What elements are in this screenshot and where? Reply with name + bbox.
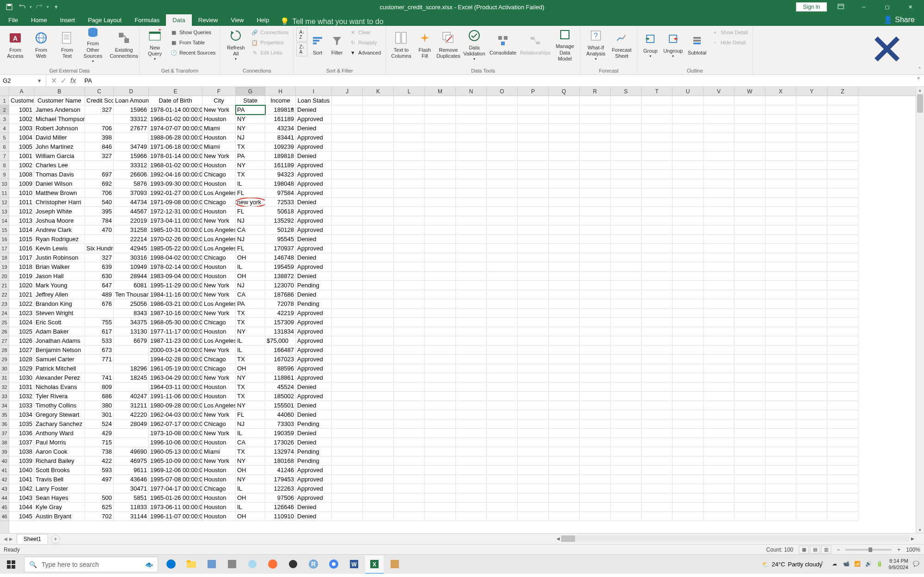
cell[interactable] (796, 262, 827, 272)
cell[interactable] (456, 142, 487, 152)
cell-I26[interactable]: Approved (296, 327, 332, 336)
cell[interactable] (456, 410, 487, 419)
sort-descending-button[interactable]: Z↓A (296, 43, 307, 56)
cell-I31[interactable]: Approved (296, 373, 332, 383)
cell[interactable] (456, 429, 487, 438)
tray-wifi-icon[interactable]: 📶 (854, 561, 862, 568)
cell-C32[interactable]: 809 (85, 383, 114, 392)
cell-G17[interactable]: FL (236, 244, 265, 253)
cell[interactable] (673, 401, 704, 410)
cell[interactable] (580, 262, 611, 272)
cell[interactable] (827, 105, 858, 115)
cell-B4[interactable]: Robert Johnson (34, 124, 85, 133)
cell-F25[interactable]: Chicago (202, 318, 236, 327)
cell-D2[interactable]: 15966 (114, 105, 149, 115)
cell[interactable] (796, 401, 827, 410)
cell-B18[interactable]: Justin Robinson (34, 253, 85, 262)
cell[interactable] (734, 170, 765, 179)
cell-H10[interactable]: 198048 (265, 179, 296, 188)
cell-G3[interactable]: NY (236, 115, 265, 124)
cell[interactable] (518, 318, 549, 327)
cell[interactable] (363, 207, 394, 216)
cell[interactable] (518, 161, 549, 170)
cell-D36[interactable]: 28049 (114, 419, 149, 429)
cell-E15[interactable]: 1985-10-31 00:00:00 (149, 225, 202, 235)
cell[interactable] (642, 179, 673, 188)
cell[interactable] (487, 484, 518, 493)
cell-G20[interactable]: OH (236, 272, 265, 281)
cell[interactable] (363, 179, 394, 188)
cell[interactable] (487, 281, 518, 290)
cell[interactable] (332, 429, 363, 438)
cell[interactable] (642, 419, 673, 429)
cell[interactable] (827, 188, 858, 198)
cell[interactable] (518, 235, 549, 244)
cell[interactable] (734, 401, 765, 410)
cell[interactable] (765, 484, 796, 493)
cell[interactable] (549, 262, 580, 272)
cell[interactable] (425, 170, 456, 179)
row-header-19[interactable]: 19 (0, 262, 9, 272)
cell[interactable] (487, 438, 518, 447)
cell[interactable] (394, 96, 425, 105)
cell[interactable] (518, 96, 549, 105)
cell[interactable] (734, 512, 765, 521)
cell-D27[interactable]: 6679 (114, 336, 149, 346)
cell-A45[interactable]: 1044 (9, 503, 34, 512)
cell[interactable] (765, 503, 796, 512)
cell[interactable] (456, 438, 487, 447)
cell[interactable] (580, 401, 611, 410)
cell-dropdown-icon[interactable]: ▼ (290, 107, 294, 111)
horizontal-scroll-thumb[interactable] (561, 535, 575, 542)
cell[interactable] (456, 133, 487, 142)
cell[interactable] (549, 207, 580, 216)
existing-connections-button[interactable]: Existing Connections (111, 28, 136, 62)
cell[interactable] (456, 179, 487, 188)
row-header-26[interactable]: 26 (0, 327, 9, 336)
cell-B2[interactable]: James Anderson (34, 105, 85, 115)
cell-D40[interactable]: 46975 (114, 456, 149, 466)
cell[interactable] (580, 124, 611, 133)
cell-C42[interactable]: 497 (85, 475, 114, 484)
cell[interactable] (765, 198, 796, 207)
cell[interactable] (456, 170, 487, 179)
sheet-nav-next-icon[interactable]: ▶ (9, 536, 13, 541)
cell[interactable] (611, 429, 642, 438)
cell[interactable] (642, 373, 673, 383)
cell-G39[interactable]: TX (236, 447, 265, 456)
cell[interactable] (363, 401, 394, 410)
cell[interactable] (765, 355, 796, 364)
cell-G42[interactable]: NY (236, 475, 265, 484)
cell-C23[interactable]: 676 (85, 299, 114, 309)
cell[interactable] (487, 493, 518, 503)
cell[interactable] (704, 466, 734, 475)
cell-B26[interactable]: Adam Baker (34, 327, 85, 336)
cell-F7[interactable]: New York (202, 152, 236, 161)
cell[interactable] (549, 429, 580, 438)
cell[interactable] (765, 466, 796, 475)
cell-G6[interactable]: TX (236, 142, 265, 152)
cell[interactable] (765, 309, 796, 318)
cell[interactable] (673, 336, 704, 346)
cell[interactable] (487, 179, 518, 188)
cell[interactable] (796, 133, 827, 142)
cell[interactable] (704, 512, 734, 521)
cell-E45[interactable]: 1973-06-11 00:00:00 (149, 503, 202, 512)
cell-F21[interactable]: New York (202, 281, 236, 290)
cell[interactable] (673, 419, 704, 429)
cell[interactable] (332, 272, 363, 281)
cell[interactable] (796, 299, 827, 309)
cell[interactable] (765, 216, 796, 225)
cell-G21[interactable]: NJ (236, 281, 265, 290)
cell-C21[interactable]: 647 (85, 281, 114, 290)
cell[interactable] (456, 235, 487, 244)
cell-F32[interactable]: Houston (202, 383, 236, 392)
cell[interactable] (518, 281, 549, 290)
cell[interactable] (827, 309, 858, 318)
row-header-10[interactable]: 10 (0, 179, 9, 188)
cell-G41[interactable]: OH (236, 466, 265, 475)
cell[interactable] (363, 290, 394, 299)
cell[interactable] (734, 493, 765, 503)
cell[interactable] (487, 225, 518, 235)
cell-H35[interactable]: 44060 (265, 410, 296, 419)
